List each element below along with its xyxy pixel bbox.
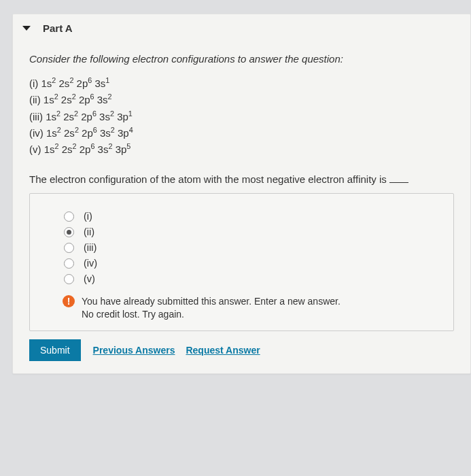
action-row: Submit Previous Answers Request Answer bbox=[29, 339, 454, 361]
warning-icon: ! bbox=[63, 295, 75, 307]
radio-icon bbox=[64, 227, 74, 237]
option-label: (iv) bbox=[84, 258, 97, 269]
option-label: (i) bbox=[84, 211, 92, 222]
request-answer-link[interactable]: Request Answer bbox=[186, 345, 260, 356]
config-item: (v) 1s2 2s2 2p6 3s2 3p5 bbox=[29, 141, 454, 157]
option-ii[interactable]: (ii) bbox=[64, 226, 438, 237]
config-item: (i) 1s2 2s2 2p6 3s1 bbox=[29, 75, 454, 91]
radio-icon bbox=[64, 274, 74, 284]
option-iii[interactable]: (iii) bbox=[64, 242, 438, 253]
part-title: Part A bbox=[43, 22, 73, 34]
option-label: (v) bbox=[84, 273, 95, 284]
question-prompt: Consider the following electron configur… bbox=[29, 53, 454, 65]
config-item: (ii) 1s2 2s2 2p6 3s2 bbox=[29, 92, 454, 107]
radio-icon bbox=[64, 243, 74, 253]
option-i[interactable]: (i) bbox=[64, 211, 438, 222]
part-card: Part A Consider the following electron c… bbox=[12, 14, 471, 374]
feedback-text: You have already submitted this answer. … bbox=[82, 295, 341, 321]
caret-down-icon bbox=[22, 26, 31, 31]
option-v[interactable]: (v) bbox=[64, 273, 438, 284]
radio-icon bbox=[64, 258, 74, 269]
previous-answers-link[interactable]: Previous Answers bbox=[93, 345, 175, 356]
option-label: (iii) bbox=[84, 242, 97, 253]
options-list: (i) (ii) (iii) (iv) bbox=[64, 211, 438, 284]
config-item: (iv) 1s2 2s2 2p6 3s2 3p4 bbox=[29, 125, 454, 141]
config-item: (iii) 1s2 2s2 2p6 3s2 3p1 bbox=[29, 109, 454, 124]
question-text: The electron configuration of the atom w… bbox=[29, 173, 454, 185]
radio-icon bbox=[64, 211, 74, 222]
option-label: (ii) bbox=[84, 226, 94, 237]
option-iv[interactable]: (iv) bbox=[64, 258, 438, 269]
submit-button[interactable]: Submit bbox=[29, 339, 81, 361]
feedback-row: ! You have already submitted this answer… bbox=[45, 295, 438, 321]
config-list: (i) 1s2 2s2 2p6 3s1 (ii) 1s2 2s2 2p6 3s2… bbox=[29, 75, 454, 157]
part-header[interactable]: Part A bbox=[13, 14, 470, 41]
answer-box: (i) (ii) (iii) (iv) bbox=[29, 193, 454, 331]
